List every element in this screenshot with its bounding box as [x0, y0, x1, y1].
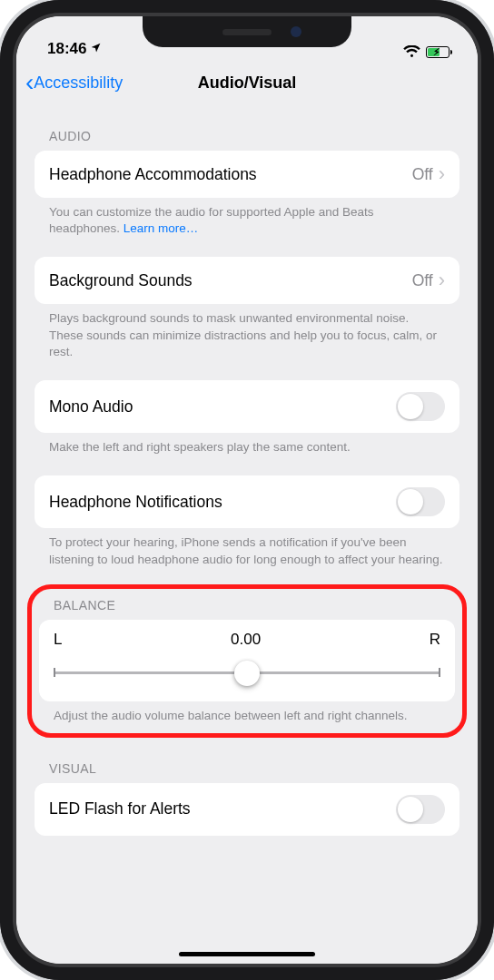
row-label: Background Sounds	[49, 271, 193, 290]
row-mono-audio: Mono Audio	[35, 380, 459, 433]
location-icon	[90, 40, 102, 58]
row-value: Off	[412, 271, 433, 290]
row-label: Headphone Accommodations	[49, 165, 257, 184]
screen: 18:46 ⚡︎ ‹ Accessibility Audio/Visual	[16, 16, 478, 964]
headphone-notifications-toggle[interactable]	[396, 487, 445, 516]
footer-headphone-accommodations: You can customize the audio for supporte…	[35, 198, 459, 237]
section-header-balance: BALANCE	[39, 589, 455, 620]
back-label: Accessibility	[34, 74, 123, 93]
balance-card: L 0.00 R	[39, 620, 455, 701]
chevron-right-icon: ›	[439, 269, 445, 292]
notch	[143, 16, 351, 47]
home-indicator[interactable]	[179, 952, 315, 956]
led-flash-toggle[interactable]	[396, 795, 445, 824]
slider-thumb[interactable]	[234, 661, 260, 686]
row-background-sounds[interactable]: Background Sounds Off ›	[35, 257, 459, 304]
battery-icon: ⚡︎	[426, 46, 452, 58]
row-label: LED Flash for Alerts	[49, 799, 191, 818]
section-header-audio: AUDIO	[35, 105, 459, 151]
row-value: Off	[412, 165, 433, 184]
row-label: Mono Audio	[49, 397, 133, 416]
wifi-icon	[403, 45, 420, 58]
row-led-flash: LED Flash for Alerts	[35, 783, 459, 836]
navigation-bar: ‹ Accessibility Audio/Visual	[16, 60, 478, 105]
learn-more-link[interactable]: Learn more…	[124, 221, 199, 235]
footer-headphone-notifications: To protect your hearing, iPhone sends a …	[35, 528, 459, 567]
footer-balance: Adjust the audio volume balance between …	[39, 701, 455, 724]
footer-mono-audio: Make the left and right speakers play th…	[35, 433, 459, 456]
balance-value: 0.00	[231, 631, 261, 649]
content-scroll[interactable]: AUDIO Headphone Accommodations Off › You…	[16, 105, 478, 964]
status-time: 18:46	[47, 40, 86, 58]
footer-background-sounds: Plays background sounds to mask unwanted…	[35, 304, 459, 360]
balance-slider[interactable]	[54, 662, 440, 685]
balance-highlight: BALANCE L 0.00 R Adjust the audio volume…	[27, 584, 467, 738]
row-headphone-notifications: Headphone Notifications	[35, 475, 459, 528]
iphone-frame: 18:46 ⚡︎ ‹ Accessibility Audio/Visual	[0, 0, 494, 980]
chevron-left-icon: ‹	[25, 70, 34, 95]
balance-left-label: L	[54, 631, 62, 649]
section-header-visual: VISUAL	[35, 738, 459, 783]
page-title: Audio/Visual	[198, 74, 297, 93]
chevron-right-icon: ›	[439, 162, 445, 186]
balance-right-label: R	[430, 631, 440, 649]
row-headphone-accommodations[interactable]: Headphone Accommodations Off ›	[35, 151, 459, 198]
back-button[interactable]: ‹ Accessibility	[25, 70, 123, 95]
mono-audio-toggle[interactable]	[396, 392, 445, 421]
row-label: Headphone Notifications	[49, 493, 222, 512]
